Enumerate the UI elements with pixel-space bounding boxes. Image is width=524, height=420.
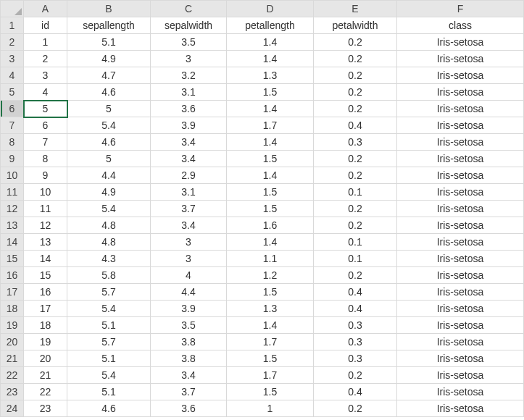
cell-F14[interactable]: Iris-setosa <box>397 234 524 251</box>
cell-A6[interactable]: 5 <box>24 101 67 117</box>
col-header-A[interactable]: A <box>24 1 67 17</box>
cell-F9[interactable]: Iris-setosa <box>397 151 524 167</box>
cell-C3[interactable]: 3 <box>151 51 227 67</box>
row-header-20[interactable]: 20 <box>1 334 24 350</box>
cell-D1[interactable]: petallength <box>227 17 314 34</box>
cell-A20[interactable]: 19 <box>24 334 67 350</box>
col-header-C[interactable]: C <box>151 1 227 17</box>
cell-A1[interactable]: id <box>24 17 67 34</box>
cell-D18[interactable]: 1.3 <box>227 301 314 317</box>
cell-F24[interactable]: Iris-setosa <box>397 400 524 417</box>
cell-C10[interactable]: 2.9 <box>151 167 227 184</box>
cell-A19[interactable]: 18 <box>24 317 67 334</box>
cell-A5[interactable]: 4 <box>24 84 67 101</box>
cell-A2[interactable]: 1 <box>24 34 67 51</box>
cell-E18[interactable]: 0.4 <box>314 301 397 317</box>
cell-A17[interactable]: 16 <box>24 284 67 301</box>
cell-F15[interactable]: Iris-setosa <box>397 251 524 267</box>
cell-D9[interactable]: 1.5 <box>227 151 314 167</box>
spreadsheet-grid[interactable]: A B C D E F 1 id sepallength sepalwidth … <box>0 0 524 417</box>
cell-B17[interactable]: 5.7 <box>67 284 151 301</box>
cell-F7[interactable]: Iris-setosa <box>397 117 524 134</box>
cell-F3[interactable]: Iris-setosa <box>397 51 524 67</box>
cell-E8[interactable]: 0.3 <box>314 134 397 151</box>
cell-A13[interactable]: 12 <box>24 217 67 234</box>
cell-A18[interactable]: 17 <box>24 301 67 317</box>
row-header-13[interactable]: 13 <box>1 217 24 234</box>
cell-B10[interactable]: 4.4 <box>67 167 151 184</box>
cell-B11[interactable]: 4.9 <box>67 184 151 201</box>
cell-D7[interactable]: 1.7 <box>227 117 314 134</box>
cell-B5[interactable]: 4.6 <box>67 84 151 101</box>
cell-B22[interactable]: 5.4 <box>67 367 151 384</box>
col-header-F[interactable]: F <box>397 1 524 17</box>
row-header-23[interactable]: 23 <box>1 384 24 400</box>
row-header-5[interactable]: 5 <box>1 84 24 101</box>
cell-E20[interactable]: 0.3 <box>314 334 397 350</box>
row-header-16[interactable]: 16 <box>1 267 24 284</box>
cell-A11[interactable]: 10 <box>24 184 67 201</box>
cell-E2[interactable]: 0.2 <box>314 34 397 51</box>
cell-F18[interactable]: Iris-setosa <box>397 301 524 317</box>
cell-A9[interactable]: 8 <box>24 151 67 167</box>
cell-B21[interactable]: 5.1 <box>67 350 151 367</box>
row-header-4[interactable]: 4 <box>1 67 24 84</box>
row-header-17[interactable]: 17 <box>1 284 24 301</box>
cell-E16[interactable]: 0.2 <box>314 267 397 284</box>
cell-D11[interactable]: 1.5 <box>227 184 314 201</box>
row-header-14[interactable]: 14 <box>1 234 24 251</box>
cell-D12[interactable]: 1.5 <box>227 201 314 217</box>
cell-A21[interactable]: 20 <box>24 350 67 367</box>
cell-D22[interactable]: 1.7 <box>227 367 314 384</box>
cell-C2[interactable]: 3.5 <box>151 34 227 51</box>
cell-A24[interactable]: 23 <box>24 400 67 417</box>
cell-C5[interactable]: 3.1 <box>151 84 227 101</box>
cell-B2[interactable]: 5.1 <box>67 34 151 51</box>
cell-B14[interactable]: 4.8 <box>67 234 151 251</box>
cell-D17[interactable]: 1.5 <box>227 284 314 301</box>
cell-F2[interactable]: Iris-setosa <box>397 34 524 51</box>
cell-D3[interactable]: 1.4 <box>227 51 314 67</box>
cell-B12[interactable]: 5.4 <box>67 201 151 217</box>
cell-F5[interactable]: Iris-setosa <box>397 84 524 101</box>
cell-B9[interactable]: 5 <box>67 151 151 167</box>
row-header-3[interactable]: 3 <box>1 51 24 67</box>
cell-C14[interactable]: 3 <box>151 234 227 251</box>
cell-D21[interactable]: 1.5 <box>227 350 314 367</box>
cell-D24[interactable]: 1 <box>227 400 314 417</box>
cell-A12[interactable]: 11 <box>24 201 67 217</box>
row-header-18[interactable]: 18 <box>1 301 24 317</box>
cell-D5[interactable]: 1.5 <box>227 84 314 101</box>
cell-B8[interactable]: 4.6 <box>67 134 151 151</box>
cell-C20[interactable]: 3.8 <box>151 334 227 350</box>
cell-A16[interactable]: 15 <box>24 267 67 284</box>
cell-C18[interactable]: 3.9 <box>151 301 227 317</box>
cell-F17[interactable]: Iris-setosa <box>397 284 524 301</box>
cell-C6[interactable]: 3.6 <box>151 101 227 117</box>
cell-E4[interactable]: 0.2 <box>314 67 397 84</box>
cell-F22[interactable]: Iris-setosa <box>397 367 524 384</box>
cell-E1[interactable]: petalwidth <box>314 17 397 34</box>
row-header-12[interactable]: 12 <box>1 201 24 217</box>
cell-B7[interactable]: 5.4 <box>67 117 151 134</box>
row-header-11[interactable]: 11 <box>1 184 24 201</box>
row-header-6[interactable]: 6 <box>1 101 24 117</box>
cell-B13[interactable]: 4.8 <box>67 217 151 234</box>
cell-E17[interactable]: 0.4 <box>314 284 397 301</box>
row-header-8[interactable]: 8 <box>1 134 24 151</box>
cell-B4[interactable]: 4.7 <box>67 67 151 84</box>
cell-E9[interactable]: 0.2 <box>314 151 397 167</box>
cell-A7[interactable]: 6 <box>24 117 67 134</box>
row-header-7[interactable]: 7 <box>1 117 24 134</box>
cell-B16[interactable]: 5.8 <box>67 267 151 284</box>
cell-D4[interactable]: 1.3 <box>227 67 314 84</box>
cell-F11[interactable]: Iris-setosa <box>397 184 524 201</box>
cell-A14[interactable]: 13 <box>24 234 67 251</box>
cell-D19[interactable]: 1.4 <box>227 317 314 334</box>
cell-A23[interactable]: 22 <box>24 384 67 400</box>
cell-D13[interactable]: 1.6 <box>227 217 314 234</box>
cell-B15[interactable]: 4.3 <box>67 251 151 267</box>
cell-E24[interactable]: 0.2 <box>314 400 397 417</box>
cell-E19[interactable]: 0.3 <box>314 317 397 334</box>
cell-C9[interactable]: 3.4 <box>151 151 227 167</box>
